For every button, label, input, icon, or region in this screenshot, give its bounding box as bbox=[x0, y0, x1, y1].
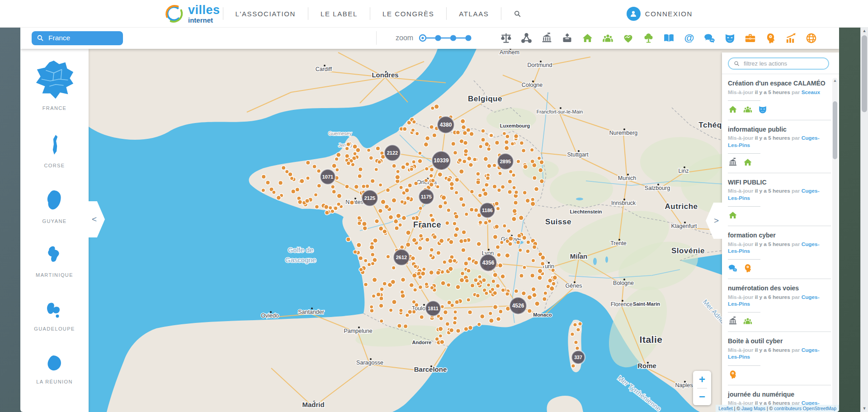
toolbar-separator bbox=[376, 31, 377, 45]
app-content: zoom @ FRANCECORSEGUYANEMARTINIQUEGUADEL… bbox=[20, 27, 839, 412]
ballot-box-icon[interactable] bbox=[561, 32, 573, 44]
theater-mask-icon[interactable] bbox=[724, 32, 736, 44]
svg-text:Cologne: Cologne bbox=[522, 82, 543, 88]
tree-icon[interactable] bbox=[642, 32, 655, 44]
region-label: GUYANE bbox=[42, 218, 66, 224]
action-meta: Mis-à-jour il y a 5 heures par Sceaux bbox=[728, 89, 829, 96]
cluster-marker[interactable]: 2895 bbox=[497, 153, 514, 170]
action-title[interactable]: WIFI PUBLIC bbox=[728, 179, 829, 187]
scroll-up-icon[interactable]: ▲ bbox=[861, 27, 868, 34]
map-body: FRANCECORSEGUYANEMARTINIQUEGUADELOUPELA … bbox=[20, 49, 839, 412]
region-label: CORSE bbox=[44, 163, 65, 168]
sidebar-region-france[interactable]: FRANCE bbox=[32, 58, 77, 111]
action-title[interactable]: formation cyber bbox=[728, 232, 829, 240]
home-icon bbox=[728, 210, 738, 220]
svg-text:Golfe de: Golfe de bbox=[288, 246, 314, 254]
sidebar-region-martinique[interactable]: MARTINIQUE bbox=[36, 243, 73, 278]
browser-scrollbar[interactable]: ▲ ▼ bbox=[860, 27, 868, 412]
cluster-marker[interactable]: 1175 bbox=[419, 189, 434, 204]
attribution-link[interactable]: Leaflet bbox=[718, 406, 733, 411]
home-icon bbox=[743, 157, 753, 167]
svg-text:Madrid: Madrid bbox=[302, 401, 324, 408]
connexion-button[interactable]: CONNEXION bbox=[627, 7, 693, 21]
logo-swirl-icon bbox=[164, 3, 184, 24]
action-category-icons bbox=[728, 369, 829, 379]
scroll-thumb[interactable] bbox=[862, 35, 867, 112]
action-item: informatique publicMis-à-jour il y a 5 h… bbox=[728, 120, 831, 173]
action-title[interactable]: Création d'un espace CALAMÉO bbox=[728, 80, 829, 88]
panel-scroll-thumb[interactable] bbox=[833, 101, 837, 159]
logo-line1: villes bbox=[188, 4, 220, 16]
head-idea-icon[interactable] bbox=[764, 32, 777, 44]
institution-icon[interactable] bbox=[541, 32, 553, 44]
svg-text:4380: 4380 bbox=[440, 122, 452, 128]
cluster-marker[interactable]: 337 bbox=[571, 350, 585, 364]
actions-filter-field[interactable] bbox=[728, 57, 829, 70]
cluster-marker[interactable]: 2125 bbox=[362, 190, 378, 206]
regions-sidebar: FRANCECORSEGUYANEMARTINIQUEGUADELOUPELA … bbox=[20, 49, 89, 412]
cluster-marker[interactable]: 2122 bbox=[384, 145, 401, 161]
solidarity-heart-icon[interactable] bbox=[622, 32, 634, 44]
sidebar-region-guyane[interactable]: GUYANE bbox=[41, 187, 68, 224]
sidebar-region-reunion[interactable]: LA RÉUNION bbox=[36, 350, 73, 384]
action-title[interactable]: Boite à outil cyber bbox=[728, 337, 829, 346]
open-book-icon[interactable] bbox=[663, 32, 675, 44]
cluster-marker[interactable]: 1071 bbox=[320, 169, 335, 185]
villes-internet-logo[interactable]: villes internet bbox=[164, 3, 220, 24]
action-title[interactable]: numérotation des voies bbox=[728, 284, 829, 293]
action-author-link[interactable]: Sceaux bbox=[802, 89, 820, 95]
corse-map-icon bbox=[43, 130, 66, 160]
cluster-marker[interactable]: 4356 bbox=[480, 254, 497, 271]
home-icon[interactable] bbox=[581, 32, 594, 44]
svg-text:Dortmund: Dortmund bbox=[528, 62, 552, 68]
cluster-marker[interactable]: 10339 bbox=[432, 151, 451, 170]
network-icon[interactable] bbox=[520, 32, 533, 44]
actions-filter-input[interactable] bbox=[743, 60, 824, 67]
briefcase-icon[interactable] bbox=[744, 32, 756, 44]
panel-scrollbar[interactable]: ▲ ▼ bbox=[832, 78, 838, 409]
sidebar-region-guadeloupe[interactable]: GUADELOUPE bbox=[34, 297, 75, 331]
nav-item-l-association[interactable]: L'ASSOCIATION bbox=[223, 10, 308, 18]
zoom-slider[interactable] bbox=[419, 33, 472, 43]
action-meta: Mis-à-jour il y a 6 heures par Cuges-Les… bbox=[728, 347, 829, 361]
sidebar-region-corse[interactable]: CORSE bbox=[43, 130, 66, 168]
svg-text:Andorre: Andorre bbox=[412, 340, 432, 345]
svg-text:2895: 2895 bbox=[500, 159, 511, 164]
svg-text:1175: 1175 bbox=[421, 194, 432, 199]
scroll-down-icon[interactable]: ▼ bbox=[861, 405, 868, 412]
svg-text:Monaco: Monaco bbox=[533, 312, 552, 317]
map-search-input[interactable] bbox=[47, 33, 108, 43]
attribution-link[interactable]: Jawg Maps bbox=[741, 406, 765, 411]
cluster-marker[interactable]: 2612 bbox=[393, 249, 410, 265]
stats-chart-icon[interactable] bbox=[785, 32, 797, 44]
attribution-link[interactable]: contributeurs OpenStreetMap bbox=[774, 406, 836, 411]
action-title[interactable]: informatique public bbox=[728, 126, 829, 134]
nav-item-atlaas[interactable]: ATLAAS bbox=[447, 10, 501, 18]
scroll-up-icon[interactable]: ▲ bbox=[832, 78, 838, 83]
zoom-out-button[interactable]: − bbox=[693, 388, 711, 406]
nav-search-icon[interactable] bbox=[501, 9, 533, 18]
cluster-marker[interactable]: 4526 bbox=[509, 297, 527, 314]
cluster-marker[interactable]: 4380 bbox=[437, 116, 454, 133]
cluster-marker[interactable]: 1186 bbox=[480, 203, 495, 218]
nav-item-le-congr-s[interactable]: LE CONGRÈS bbox=[370, 10, 446, 18]
svg-text:Milan: Milan bbox=[570, 252, 587, 260]
svg-text:Liechtenstein: Liechtenstein bbox=[570, 209, 602, 214]
at-sign-icon[interactable]: @ bbox=[683, 32, 695, 44]
svg-text:Arnhem: Arnhem bbox=[500, 49, 519, 56]
zoom-in-button[interactable]: + bbox=[693, 371, 711, 388]
svg-text:Pampelune: Pampelune bbox=[344, 328, 372, 334]
web-globe-icon[interactable] bbox=[805, 32, 817, 44]
speech-bubbles-icon[interactable] bbox=[703, 32, 716, 44]
nav-item-le-label[interactable]: LE LABEL bbox=[308, 10, 370, 18]
action-title[interactable]: journée du numérique bbox=[728, 391, 829, 399]
map-search-field[interactable] bbox=[32, 31, 123, 45]
justice-scales-icon[interactable] bbox=[500, 32, 512, 44]
action-meta: Mis-à-jour il y a 5 heures par Cuges-Les… bbox=[728, 241, 829, 255]
citizens-icon[interactable] bbox=[602, 32, 614, 44]
cluster-marker[interactable]: 1811 bbox=[425, 301, 441, 316]
svg-text:Nuremberg: Nuremberg bbox=[609, 130, 638, 136]
svg-text:Florence: Florence bbox=[611, 301, 633, 308]
svg-text:Luxembourg: Luxembourg bbox=[500, 123, 530, 128]
svg-text:Francfort-sur-le-Main: Francfort-sur-le-Main bbox=[537, 109, 583, 114]
